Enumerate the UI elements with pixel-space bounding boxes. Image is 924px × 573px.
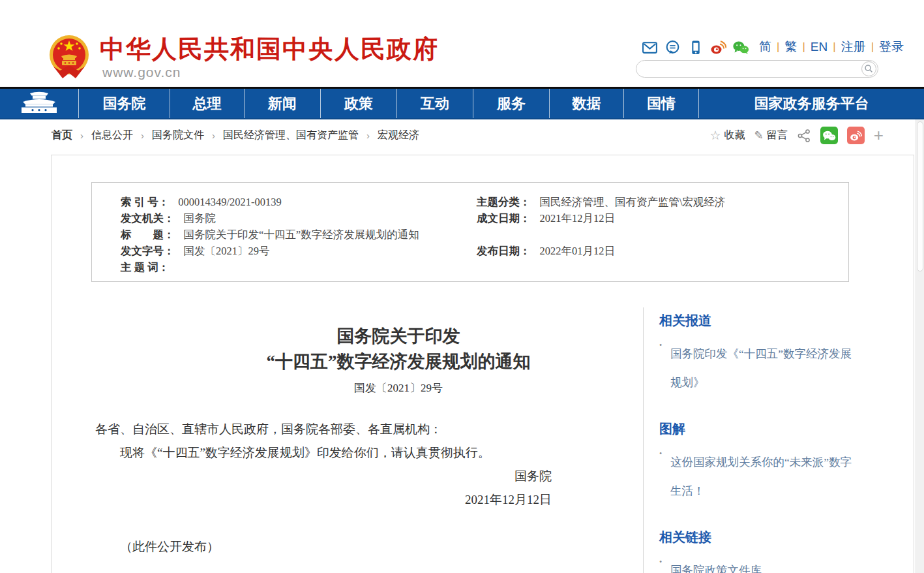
nav-tab-interaction[interactable]: 互动 [396,89,473,118]
breadcrumb-macro-economy[interactable]: 宏观经济 [378,129,419,142]
page: 中华人民共和国中央人民政府 www.gov.cn 简 | 繁 | [0,0,924,573]
pencil-icon: ✎ [754,129,764,142]
weibo-icon[interactable] [709,39,726,55]
signature-block: 国务院 2021年12月12日 [95,465,643,512]
vertical-scrollbar[interactable] [916,119,924,573]
nav-tab-policy[interactable]: 政策 [320,89,396,118]
breadcrumb-separator: › [141,130,144,141]
breadcrumb-row: 首页 › 信息公开 › 国务院文件 › 国民经济管理、国有资产监管 › 宏观经济… [0,119,924,151]
main-nav: 国务院 总理 新闻 政策 互动 服务 数据 国情 国家政务服务平台 [0,87,924,119]
meta-left-column: 索 引 号： 000014349/2021-00139 发文机关： 国务院 标 … [121,194,473,275]
share-button[interactable] [797,129,811,143]
meta-row-written-date: 成文日期： 2021年12月12日 [477,210,829,226]
document-body: 各省、自治区、直辖市人民政府，国务院各部委、各直属机构： 现将《“十四五”数字经… [95,418,643,559]
breadcrumb: 首页 › 信息公开 › 国务院文件 › 国民经济管理、国有资产监管 › 宏观经济 [52,119,419,151]
meta-label: 发布日期： [477,243,531,259]
nav-tab-national-conditions[interactable]: 国情 [623,89,698,118]
favorite-button[interactable]: ☆ 收藏 [710,128,745,143]
wechat-icon[interactable] [732,39,749,55]
sidebar-heading-related-links[interactable]: 相关链接 [659,529,855,546]
breadcrumb-home[interactable]: 首页 [52,129,72,142]
bullet-icon: • [659,439,662,468]
meta-label: 发文字号： [121,243,175,259]
sidebar-link-related-report[interactable]: • 国务院印发《“十四五”数字经济发展规划》 [659,339,855,397]
nav-tab-gov-service-platform[interactable]: 国家政务服务平台 [698,89,924,118]
public-release-note: （此件公开发布） [95,535,643,559]
meta-value: 国民经济管理、国有资产监管\宏观经济 [540,194,726,210]
mail-icon[interactable] [641,39,658,55]
document-title-line2: “十四五”数字经济发展规划的通知 [95,349,643,375]
link-simplified[interactable]: 简 [759,39,771,55]
link-separator: | [833,40,835,54]
meta-row-issuing-agency: 发文机关： 国务院 [121,210,473,226]
bullet-icon: • [659,548,662,573]
meta-label: 标 题： [121,226,175,243]
site-url: www.gov.cn [102,65,181,80]
national-emblem-logo [48,33,90,80]
sidebar-divider [643,307,644,573]
sidebar-heading-related-reports[interactable]: 相关报道 [659,312,855,329]
search-bar [636,60,878,78]
search-button[interactable] [861,61,876,76]
signature-date: 2021年12月12日 [95,488,552,512]
link-english[interactable]: EN [811,40,827,54]
document-title-line1: 国务院关于印发 [95,324,643,349]
meta-value: 000014349/2021-00139 [178,194,282,210]
comment-bubble-icon[interactable] [664,39,681,55]
more-share-button[interactable]: + [874,127,884,144]
lang-account-links: 简 | 繁 | EN | 注册 | 登录 [759,39,904,55]
sidebar-link-label: 国务院印发《“十四五”数字经济发展规划》 [670,347,852,389]
meta-row-spacer [477,226,829,243]
share-weibo-button[interactable] [847,127,865,144]
document-meta-box: 索 引 号： 000014349/2021-00139 发文机关： 国务院 标 … [91,182,849,282]
sidebar-link-policy-library[interactable]: • 国务院政策文件库 [659,556,855,573]
scrollbar-thumb[interactable] [917,121,923,271]
sidebar-link-label: 这份国家规划关系你的“未来派”数字生活！ [670,456,852,497]
meta-value: 国务院关于印发“十四五”数字经济发展规划的通知 [184,226,419,243]
meta-label: 发文机关： [121,210,175,226]
document-article: 国务院关于印发 “十四五”数字经济发展规划的通知 国发〔2021〕29号 各省、… [95,324,643,559]
meta-value: 国务院 [184,210,216,226]
sidebar-section-related-reports: 相关报道 • 国务院印发《“十四五”数字经济发展规划》 [659,312,855,397]
meta-row-index-no: 索 引 号： 000014349/2021-00139 [121,194,473,210]
meta-row-topic-category: 主题分类： 国民经济管理、国有资产监管\宏观经济 [477,194,829,210]
nav-tab-news[interactable]: 新闻 [244,89,320,118]
site-title: 中华人民共和国中央人民政府 [100,33,439,66]
breadcrumb-economy-category[interactable]: 国民经济管理、国有资产监管 [223,129,359,142]
breadcrumb-separator: › [80,130,83,141]
link-register[interactable]: 注册 [841,39,866,55]
link-traditional[interactable]: 繁 [784,39,797,55]
nav-tab-services[interactable]: 服务 [473,89,549,118]
signature-org: 国务院 [95,465,552,488]
related-sidebar: 相关报道 • 国务院印发《“十四五”数字经济发展规划》 图解 • 这份国家规划关… [659,312,855,573]
meta-row-publish-date: 发布日期： 2022年01月12日 [477,243,829,259]
sidebar-section-infographic: 图解 • 这份国家规划关系你的“未来派”数字生活！ [659,420,855,505]
nav-tab-data[interactable]: 数据 [549,89,623,118]
link-separator: | [871,40,874,54]
nav-tab-state-council[interactable]: 国务院 [78,89,170,118]
paragraph-directive: 现将《“十四五”数字经济发展规划》印发给你们，请认真贯彻执行。 [95,441,643,465]
breadcrumb-separator: › [366,130,370,141]
meta-label: 索 引 号： [121,194,169,210]
sidebar-section-related-links: 相关链接 • 国务院政策文件库 [659,529,855,573]
meta-label: 主 题 词： [121,259,169,275]
link-separator: | [802,40,805,54]
share-wechat-button[interactable] [820,127,838,144]
link-login[interactable]: 登录 [879,39,904,55]
comment-button[interactable]: ✎ 留言 [754,129,788,142]
meta-row-keywords: 主 题 词： [121,259,473,275]
nav-home-tab[interactable] [0,89,78,118]
meta-value: 国发〔2021〕29号 [184,243,270,259]
mobile-phone-icon[interactable] [687,39,704,55]
search-input[interactable] [644,62,861,76]
paragraph-addressees: 各省、自治区、直辖市人民政府，国务院各部委、各直属机构： [95,418,643,441]
sidebar-link-label: 国务院政策文件库 [670,564,762,573]
sidebar-link-infographic[interactable]: • 这份国家规划关系你的“未来派”数字生活！ [659,448,855,505]
site-header: 中华人民共和国中央人民政府 www.gov.cn 简 | 繁 | [0,0,924,87]
sidebar-heading-infographic[interactable]: 图解 [659,420,855,437]
meta-right-column: 主题分类： 国民经济管理、国有资产监管\宏观经济 成文日期： 2021年12月1… [477,194,829,259]
nav-tab-premier[interactable]: 总理 [170,89,244,118]
content-panel: 索 引 号： 000014349/2021-00139 发文机关： 国务院 标 … [51,155,914,573]
breadcrumb-state-council-docs[interactable]: 国务院文件 [152,129,204,142]
breadcrumb-info-disclosure[interactable]: 信息公开 [91,129,133,142]
